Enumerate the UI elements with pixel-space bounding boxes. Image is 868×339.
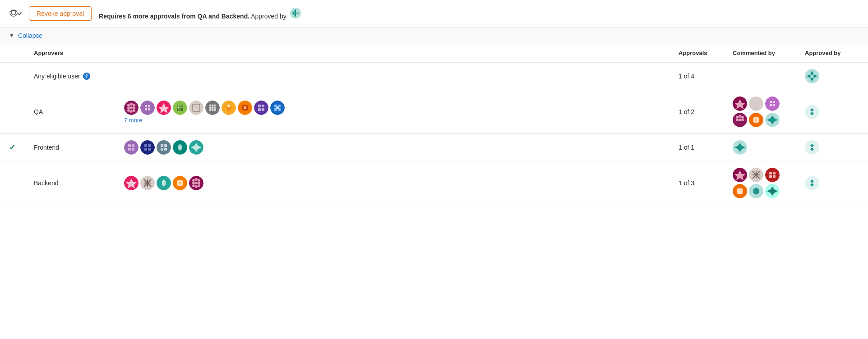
top-bar: Revoke approval Requires 6 more approval… xyxy=(0,0,868,27)
approved-by-cell xyxy=(796,62,868,90)
user-check-icon xyxy=(9,8,22,19)
col-header-commented: Commented by xyxy=(724,44,796,62)
approver-label: QA xyxy=(34,108,43,115)
avatar xyxy=(805,176,819,190)
svg-point-21 xyxy=(130,110,133,113)
approvals-count: 1 of 3 xyxy=(669,161,724,205)
approver-name-cell: Any eligible user ? xyxy=(25,62,115,90)
users-cell: 7 more xyxy=(115,90,669,134)
svg-point-84 xyxy=(739,115,741,118)
svg-rect-25 xyxy=(148,105,150,107)
table-header-row: Approvers Approvals Commented by Approve… xyxy=(0,44,868,62)
svg-rect-80 xyxy=(770,104,772,106)
collapse-bar: ▼ Collapse xyxy=(0,27,868,44)
approver-name-cell: Backend xyxy=(25,161,115,205)
check-icon: ✓ xyxy=(9,143,16,152)
svg-rect-155 xyxy=(773,172,776,174)
svg-rect-156 xyxy=(769,175,772,178)
approver-label: Backend xyxy=(34,179,58,187)
svg-point-51 xyxy=(214,109,216,111)
svg-point-72 xyxy=(749,96,763,111)
avatar xyxy=(173,176,187,190)
svg-rect-79 xyxy=(773,101,775,103)
svg-point-46 xyxy=(209,106,212,109)
avatar xyxy=(189,140,203,155)
svg-point-22 xyxy=(133,109,135,112)
avatar xyxy=(157,176,171,190)
svg-point-97 xyxy=(124,140,139,155)
svg-rect-91 xyxy=(755,119,757,121)
svg-point-140 xyxy=(192,182,195,184)
more-link[interactable]: 7 more xyxy=(124,117,660,124)
svg-point-144 xyxy=(195,185,198,188)
approved-avatars xyxy=(805,140,859,155)
svg-rect-101 xyxy=(132,148,134,151)
svg-point-47 xyxy=(212,106,214,109)
col-header-users xyxy=(115,44,669,62)
header-approved-avatar xyxy=(290,8,301,18)
svg-rect-154 xyxy=(769,172,772,174)
avatar xyxy=(805,105,819,119)
avatar xyxy=(173,140,187,155)
svg-rect-159 xyxy=(737,188,743,194)
svg-rect-100 xyxy=(128,148,131,151)
approved-avatars xyxy=(805,176,859,190)
avatar xyxy=(733,113,747,127)
approver-avatars xyxy=(124,140,660,155)
svg-point-88 xyxy=(741,119,744,121)
avatar xyxy=(238,101,252,115)
svg-point-37 xyxy=(189,101,203,115)
revoke-approval-button[interactable]: Revoke approval xyxy=(29,6,92,21)
approvals-table: Approvers Approvals Commented by Approve… xyxy=(0,44,868,205)
svg-point-50 xyxy=(212,109,214,111)
svg-point-15 xyxy=(130,103,133,105)
svg-point-141 xyxy=(195,182,198,184)
svg-point-137 xyxy=(192,179,195,182)
collapse-arrow-icon: ▼ xyxy=(9,32,14,39)
svg-rect-105 xyxy=(144,148,147,151)
approver-name: QA xyxy=(34,108,106,115)
avatar xyxy=(765,168,780,182)
svg-point-44 xyxy=(212,104,214,106)
svg-point-23 xyxy=(140,101,155,115)
approved-by-cell xyxy=(796,161,868,205)
svg-rect-58 xyxy=(244,106,246,109)
status-strong: Requires 6 more approvals from QA and Ba… xyxy=(99,13,249,20)
avatar xyxy=(205,101,220,115)
svg-point-85 xyxy=(741,116,744,119)
svg-point-49 xyxy=(209,109,212,111)
avatar xyxy=(140,101,155,115)
svg-rect-99 xyxy=(132,144,134,147)
svg-point-87 xyxy=(739,119,741,121)
avatar xyxy=(749,168,763,182)
svg-point-153 xyxy=(765,168,780,182)
approved-avatars xyxy=(805,105,859,119)
avatar xyxy=(733,96,747,111)
svg-point-145 xyxy=(198,184,200,187)
svg-point-18 xyxy=(130,106,133,109)
col-header-approvers: Approvers xyxy=(25,44,115,62)
svg-point-20 xyxy=(127,109,130,112)
avatar xyxy=(254,101,268,115)
svg-point-143 xyxy=(192,184,195,187)
users-cell xyxy=(115,62,669,90)
svg-point-16 xyxy=(133,104,135,106)
svg-rect-157 xyxy=(773,175,776,178)
status-cell xyxy=(0,62,25,90)
approver-label: Frontend xyxy=(34,144,59,151)
approver-name: Frontend xyxy=(34,144,106,151)
svg-rect-62 xyxy=(258,108,261,111)
svg-rect-106 xyxy=(148,148,151,151)
svg-rect-78 xyxy=(770,101,772,103)
svg-point-45 xyxy=(214,104,216,106)
approved-by-cell xyxy=(796,134,868,161)
users-cell xyxy=(115,161,669,205)
collapse-link[interactable]: Collapse xyxy=(18,32,42,39)
approver-name-cell: QA xyxy=(25,90,115,134)
avatar xyxy=(805,140,819,155)
approver-label: Any eligible user xyxy=(34,73,80,80)
svg-rect-60 xyxy=(258,105,261,107)
svg-point-83 xyxy=(736,116,739,119)
help-icon[interactable]: ? xyxy=(83,73,90,80)
avatar xyxy=(765,184,780,198)
